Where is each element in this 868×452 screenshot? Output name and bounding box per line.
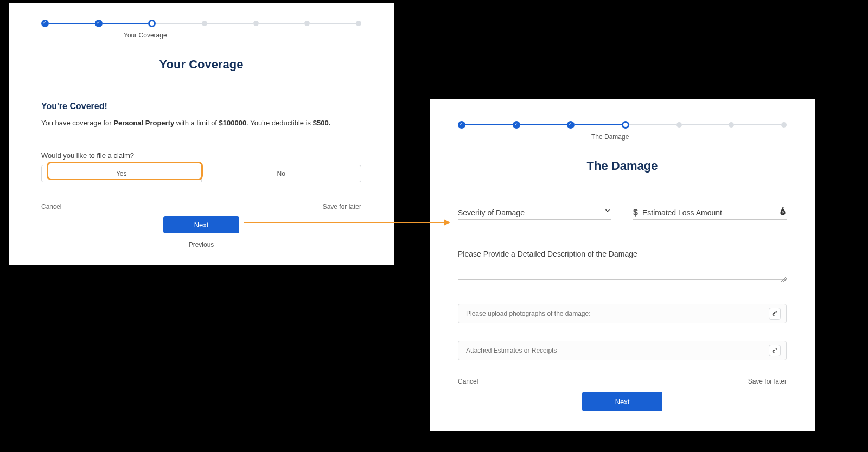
no-button[interactable]: No: [202, 165, 362, 182]
progress-step-6: [729, 122, 734, 128]
cancel-link[interactable]: Cancel: [41, 203, 61, 211]
svg-rect-0: [782, 207, 783, 208]
next-button[interactable]: Next: [163, 216, 239, 233]
dollar-icon: $: [633, 208, 638, 218]
upload-photos-label: Please upload photographs of the damage:: [466, 310, 591, 317]
yes-no-group: Yes No: [41, 165, 361, 182]
covered-heading: You're Covered!: [41, 101, 361, 111]
page-title: Your Coverage: [41, 58, 361, 72]
loss-amount-field[interactable]: $ $: [633, 206, 787, 220]
progress-step-2: [95, 20, 103, 27]
severity-input[interactable]: [458, 208, 611, 217]
progress-step-label: The Damage: [591, 133, 629, 141]
chevron-down-icon: [604, 207, 611, 214]
progress-step-label: Your Coverage: [124, 31, 167, 39]
upload-photos-box[interactable]: Please upload photographs of the damage:: [458, 304, 787, 323]
paperclip-icon: [769, 308, 781, 320]
file-claim-question: Would you like to file a claim?: [41, 151, 361, 160]
yes-button[interactable]: Yes: [41, 165, 202, 182]
coverage-summary: You have coverage for Personal Property …: [41, 119, 361, 127]
progress-step-3-active: [148, 20, 156, 27]
loss-amount-input[interactable]: [642, 208, 787, 217]
progress-step-2: [513, 121, 520, 129]
coverage-limit: $100000: [219, 119, 247, 127]
progress-step-1: [458, 121, 465, 129]
progress-step-7: [356, 21, 361, 26]
progress-step-5: [676, 122, 682, 128]
money-bag-icon: $: [779, 207, 787, 215]
damage-panel: The Damage The Damage $ $ Please Provide…: [430, 99, 815, 431]
progress-step-4: [202, 21, 207, 26]
progress-step-1: [41, 20, 49, 27]
progress-indicator: [458, 121, 787, 129]
svg-text:$: $: [782, 210, 784, 214]
previous-button[interactable]: Previous: [189, 241, 214, 249]
description-label: Please Provide a Detailed Description of…: [458, 250, 787, 258]
coverage-type: Personal Property: [113, 119, 174, 127]
deductible-amount: $500.: [313, 119, 331, 127]
severity-field[interactable]: [458, 206, 611, 220]
upload-receipts-box[interactable]: Attached Estimates or Receipts: [458, 341, 787, 360]
save-for-later-link[interactable]: Save for later: [323, 203, 361, 211]
progress-step-7: [781, 122, 787, 128]
description-textarea[interactable]: [458, 270, 787, 280]
progress-indicator: [41, 20, 361, 27]
progress-step-6: [304, 21, 310, 26]
upload-receipts-label: Attached Estimates or Receipts: [466, 347, 557, 354]
progress-step-4-active: [622, 121, 629, 129]
coverage-panel: Your Coverage Your Coverage You're Cover…: [9, 3, 394, 265]
page-title: The Damage: [458, 159, 787, 173]
paperclip-icon: [769, 345, 781, 356]
progress-step-3: [567, 121, 575, 129]
cancel-link[interactable]: Cancel: [458, 378, 478, 385]
progress-step-5: [253, 21, 259, 26]
save-for-later-link[interactable]: Save for later: [748, 378, 787, 385]
next-button[interactable]: Next: [582, 392, 662, 411]
